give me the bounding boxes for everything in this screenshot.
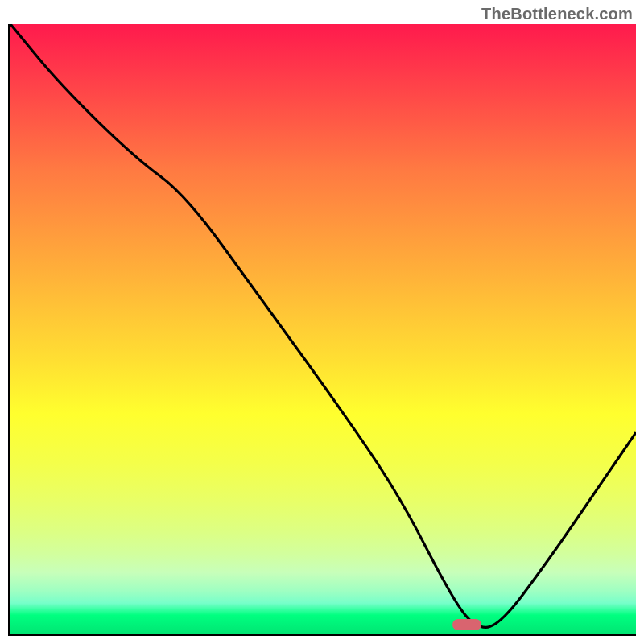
watermark-text: TheBottleneck.com [481, 5, 633, 23]
bottleneck-curve-path [10, 24, 636, 627]
chart-plot-area [8, 24, 636, 636]
chart-line-svg [10, 24, 636, 634]
optimal-marker [452, 619, 481, 630]
